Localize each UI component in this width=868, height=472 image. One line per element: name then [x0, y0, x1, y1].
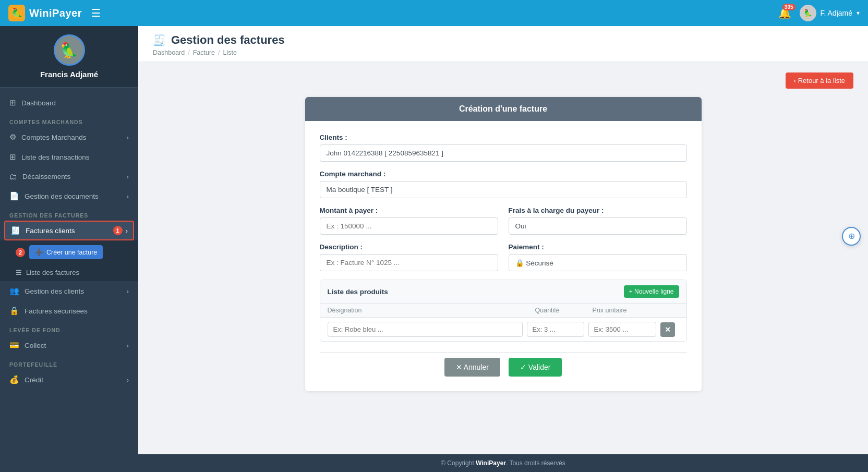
- page-title-icon: 🧾: [153, 34, 166, 46]
- form-row-desc-payment: Description : Paiement :: [320, 243, 687, 280]
- doc-icon: 📄: [9, 191, 19, 201]
- frais-input[interactable]: [509, 217, 687, 235]
- back-button[interactable]: ‹ Retour à la liste: [786, 72, 853, 89]
- page-title-row: 🧾 Gestion des factures: [153, 33, 853, 47]
- sidebar-item-liste-factures[interactable]: ☰ Liste des factures: [0, 264, 138, 281]
- form-group-montant: Montant à payer :: [320, 207, 498, 235]
- clients-input[interactable]: [320, 144, 687, 162]
- frais-label: Frais à la charge du payeur :: [509, 207, 687, 214]
- sidebar-item-documents[interactable]: 📄 Gestion des documents ›: [0, 186, 138, 206]
- sidebar-item-label: Gestion des documents: [25, 192, 99, 200]
- plus-icon: ➕: [35, 248, 43, 256]
- product-row: ✕: [320, 318, 686, 341]
- page-header: 🧾 Gestion des factures Dashboard / Factu…: [138, 26, 868, 62]
- sidebar: 🦜 Francis Adjamé ⊞ Dashboard COMPTES MAR…: [0, 26, 138, 472]
- footer-brand: WiniPayer: [476, 459, 506, 467]
- montant-label: Montant à payer :: [320, 207, 498, 214]
- quantity-input[interactable]: [527, 322, 584, 337]
- help-icon: ⊕: [848, 231, 855, 241]
- sidebar-item-label: Crédit: [25, 376, 43, 384]
- compte-input[interactable]: [320, 181, 687, 198]
- products-header: Liste des produits + Nouvelle ligne: [320, 280, 686, 304]
- chevron-icon: ›: [127, 376, 129, 384]
- content-area: ‹ Retour à la liste Création d'une factu…: [138, 62, 868, 454]
- sidebar-item-factures-clients[interactable]: 🧾 Factures clients 1 ›: [4, 221, 134, 240]
- logo-icon: 🦜: [8, 5, 25, 21]
- price-input[interactable]: [588, 322, 656, 337]
- new-line-button[interactable]: + Nouvelle ligne: [624, 285, 679, 298]
- notification-count: 305: [782, 4, 795, 10]
- user-menu[interactable]: 🦜 F. Adjamé ▾: [800, 5, 860, 21]
- breadcrumb-facture[interactable]: Facture: [193, 49, 215, 56]
- section-comptes-marchands: COMPTES MARCHANDS: [0, 113, 138, 127]
- back-btn-row: ‹ Retour à la liste: [153, 72, 853, 89]
- floating-help-button[interactable]: ⊕: [842, 227, 861, 246]
- layout: 🦜 Francis Adjamé ⊞ Dashboard COMPTES MAR…: [0, 26, 868, 472]
- section-factures: GESTION DES FACTURES: [0, 206, 138, 221]
- chevron-icon: ›: [127, 192, 129, 200]
- description-label: Description :: [320, 243, 498, 251]
- sidebar-item-label: Dashboard: [21, 99, 56, 107]
- form-group-frais: Frais à la charge du payeur :: [509, 207, 687, 235]
- chevron-down-icon: ▾: [857, 9, 860, 17]
- sidebar-item-label: Décaissements: [22, 173, 70, 180]
- sidebar-item-label: Collect: [25, 342, 46, 349]
- badge-2: 2: [16, 248, 25, 257]
- sidebar-item-label: Comptes Marchands: [21, 134, 87, 141]
- designation-input[interactable]: [328, 322, 523, 337]
- form-card-header: Création d'une facture: [305, 97, 702, 121]
- paiement-input[interactable]: [509, 254, 687, 271]
- form-group-compte: Compte marchand :: [320, 170, 687, 198]
- delete-row-button[interactable]: ✕: [660, 322, 675, 337]
- breadcrumb-sep-2: /: [218, 49, 220, 56]
- section-levee-fond: LEVÉE DE FOND: [0, 321, 138, 335]
- form-row-montant-frais: Montant à payer : Frais à la charge du p…: [320, 207, 687, 243]
- profile-name: Francis Adjamé: [40, 70, 98, 79]
- products-section: Liste des produits + Nouvelle ligne Dési…: [320, 280, 687, 342]
- cancel-button[interactable]: ✕ Annuler: [444, 358, 500, 377]
- paiement-label: Paiement :: [509, 243, 687, 251]
- credit-icon: 💰: [9, 375, 19, 384]
- sidebar-item-decaissements[interactable]: 🗂 Décaissements ›: [0, 167, 138, 186]
- invoice-icon: 🧾: [10, 226, 20, 235]
- topbar: 🦜 WiniPayer ☰ 🔔 305 🦜 F. Adjamé ▾: [0, 0, 868, 26]
- sidebar-item-factures-securisees[interactable]: 🔒 Factures sécurisées: [0, 301, 138, 321]
- sidebar-item-collect[interactable]: 💳 Collect ›: [0, 335, 138, 355]
- breadcrumb-current: Liste: [223, 49, 237, 56]
- sidebar-item-label: Liste des factures: [26, 269, 79, 276]
- create-invoice-form: Création d'une facture Clients : Compte …: [305, 97, 702, 391]
- sidebar-item-transactions[interactable]: ⊞ Liste des transactions: [0, 147, 138, 167]
- topbar-left: 🦜 WiniPayer ☰: [8, 5, 103, 21]
- user-name: F. Adjamé: [821, 9, 852, 17]
- submit-button[interactable]: ✓ Valider: [509, 358, 562, 377]
- description-input[interactable]: [320, 254, 498, 271]
- sidebar-item-creer-facture[interactable]: 2 ➕ Créer une facture: [0, 240, 138, 264]
- sidebar-item-dashboard[interactable]: ⊞ Dashboard: [0, 93, 138, 113]
- chevron-icon: ›: [126, 227, 128, 235]
- notification-bell[interactable]: 🔔 305: [778, 7, 791, 19]
- footer-suffix: . Tous droits réservés: [506, 459, 565, 467]
- breadcrumb-dashboard[interactable]: Dashboard: [153, 49, 185, 56]
- chevron-icon: ›: [127, 342, 129, 349]
- grid-icon: ⊞: [9, 152, 16, 162]
- breadcrumb-sep-1: /: [188, 49, 189, 56]
- hamburger-button[interactable]: ☰: [89, 5, 103, 21]
- col-prix: Prix unitaire: [593, 307, 660, 314]
- gear-icon: ⚙: [9, 132, 16, 142]
- compte-label: Compte marchand :: [320, 170, 687, 178]
- form-group-description: Description :: [320, 243, 498, 271]
- sidebar-item-credit[interactable]: 💰 Crédit ›: [0, 370, 138, 390]
- avatar: 🦜: [800, 5, 816, 21]
- form-card-body: Clients : Compte marchand : Montant à pa…: [305, 121, 702, 391]
- form-footer: ✕ Annuler ✓ Valider: [320, 352, 687, 379]
- badge-1: 1: [113, 226, 123, 235]
- sidebar-item-label: Gestion des clients: [25, 287, 84, 295]
- sidebar-item-comptes-marchands[interactable]: ⚙ Comptes Marchands ›: [0, 127, 138, 147]
- sidebar-item-clients[interactable]: 👥 Gestion des clients ›: [0, 281, 138, 301]
- page-title: Gestion des factures: [171, 33, 285, 47]
- montant-input[interactable]: [320, 217, 498, 235]
- users-icon: 👥: [9, 286, 19, 296]
- form-group-paiement: Paiement :: [509, 243, 687, 271]
- sidebar-item-label: Factures sécurisées: [25, 307, 88, 315]
- chevron-icon: ›: [127, 287, 129, 295]
